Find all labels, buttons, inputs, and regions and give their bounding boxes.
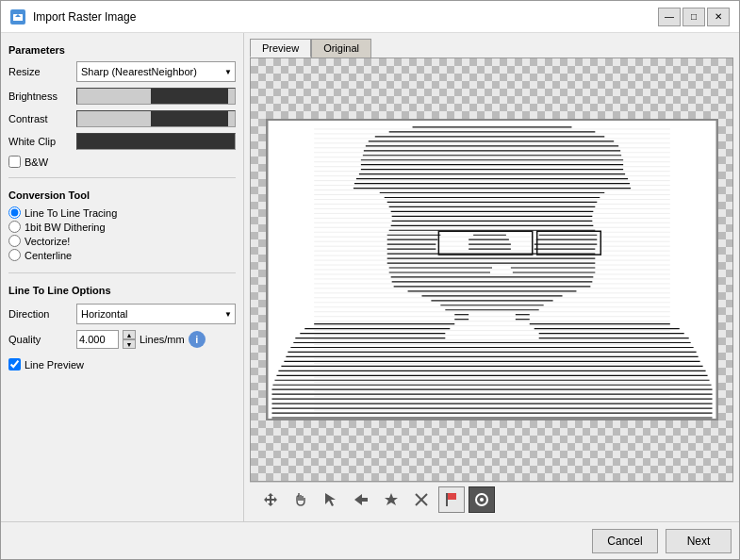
whiteclip-row: White Clip (8, 133, 236, 150)
contrast-label: Contrast (8, 113, 73, 124)
arrow-tool-button[interactable] (348, 486, 374, 513)
radio-dither: 1bit BW Dithering (8, 221, 236, 233)
quality-down-button[interactable]: ▼ (123, 339, 136, 349)
window-controls: — □ ✕ (658, 8, 730, 26)
window-title: Import Raster Image (33, 10, 650, 24)
quality-input[interactable]: 4.000 (76, 330, 119, 349)
radio-vectorize: Vectorize! (8, 235, 236, 247)
brightness-row: Brightness (8, 88, 236, 105)
pointer-tool-button[interactable] (318, 486, 344, 513)
main-content: Parameters Resize Sharp (NearestNeighbor… (1, 33, 739, 521)
parameters-label: Parameters (8, 44, 236, 56)
tab-bar: Preview Original (250, 39, 733, 58)
radio-centerline-input[interactable] (8, 249, 21, 261)
cancel-button[interactable]: Cancel (592, 529, 658, 553)
main-window: Import Raster Image — □ ✕ Parameters Res… (0, 0, 740, 560)
bw-row: B&W (8, 156, 236, 168)
toolbar (250, 482, 733, 516)
brightness-slider-track[interactable] (76, 88, 236, 105)
circle-tool-button[interactable] (469, 486, 495, 513)
flag-tool-button[interactable] (438, 486, 465, 513)
contrast-slider-track[interactable] (76, 110, 236, 127)
whiteclip-label: White Clip (8, 136, 73, 147)
brightness-label: Brightness (8, 91, 73, 102)
quality-row: Quality 4.000 ▲ ▼ Lines/mm i (8, 330, 236, 349)
resize-label: Resize (8, 66, 73, 77)
info-icon[interactable]: i (189, 331, 206, 348)
bw-label: B&W (25, 156, 48, 168)
tab-original[interactable]: Original (311, 39, 371, 58)
quality-spinner: ▲ ▼ (123, 330, 136, 349)
title-bar: Import Raster Image — □ ✕ (1, 1, 739, 33)
line-preview-row: Line Preview (8, 358, 236, 371)
direction-select-wrapper: Horizontal Vertical Diagonal (76, 304, 236, 324)
radio-centerline-label: Centerline (25, 250, 72, 261)
conversion-tool-label: Conversion Tool (8, 189, 236, 201)
line-preview-checkbox[interactable] (8, 358, 21, 371)
image-preview (266, 119, 718, 420)
contrast-row: Contrast (8, 110, 236, 127)
direction-row: Direction Horizontal Vertical Diagonal (8, 304, 236, 324)
direction-select[interactable]: Horizontal Vertical Diagonal (76, 304, 236, 324)
svg-rect-153 (447, 493, 456, 500)
quality-label: Quality (8, 334, 73, 345)
cross-tool-button[interactable] (408, 486, 435, 513)
resize-row: Resize Sharp (NearestNeighbor) Linear Cu… (8, 61, 236, 82)
right-panel: Preview Original (244, 33, 739, 521)
direction-label: Direction (8, 308, 73, 320)
quality-up-button[interactable]: ▲ (123, 330, 136, 339)
tab-preview[interactable]: Preview (250, 39, 311, 58)
radio-vectorize-label: Vectorize! (25, 236, 70, 247)
radio-line: Line To Line Tracing (8, 206, 236, 219)
close-button[interactable]: ✕ (707, 8, 730, 26)
radio-line-label: Line To Line Tracing (25, 207, 117, 219)
next-button[interactable]: Next (666, 529, 732, 553)
separator1 (8, 177, 236, 178)
line-options-label: Line To Line Options (8, 285, 236, 296)
radio-group: Line To Line Tracing 1bit BW Dithering V… (8, 206, 236, 261)
maximize-button[interactable]: □ (682, 8, 705, 26)
whiteclip-slider-track[interactable] (76, 133, 236, 150)
radio-centerline: Centerline (8, 249, 236, 261)
radio-dither-label: 1bit BW Dithering (25, 222, 106, 233)
left-panel: Parameters Resize Sharp (NearestNeighbor… (1, 33, 244, 521)
preview-svg (267, 120, 717, 420)
quality-unit: Lines/mm (140, 334, 185, 345)
checker-background (251, 58, 732, 481)
svg-point-156 (480, 498, 484, 502)
line-preview-label: Line Preview (25, 359, 84, 371)
resize-select[interactable]: Sharp (NearestNeighbor) Linear Cubic (76, 61, 236, 82)
pan-tool-button[interactable] (257, 486, 284, 513)
bottom-bar: Cancel Next (1, 521, 739, 559)
hand-tool-button[interactable] (288, 486, 314, 513)
svg-marker-148 (325, 493, 336, 506)
svg-marker-149 (354, 494, 368, 505)
preview-area (250, 58, 733, 482)
bw-checkbox[interactable] (8, 156, 21, 168)
star-tool-button[interactable] (378, 486, 404, 513)
radio-line-input[interactable] (8, 206, 21, 219)
minimize-button[interactable]: — (658, 8, 681, 26)
radio-dither-input[interactable] (8, 221, 21, 233)
svg-marker-150 (385, 493, 398, 505)
resize-select-wrapper: Sharp (NearestNeighbor) Linear Cubic (76, 61, 236, 82)
separator2 (8, 272, 236, 273)
app-icon (10, 9, 25, 25)
radio-vectorize-input[interactable] (8, 235, 21, 247)
